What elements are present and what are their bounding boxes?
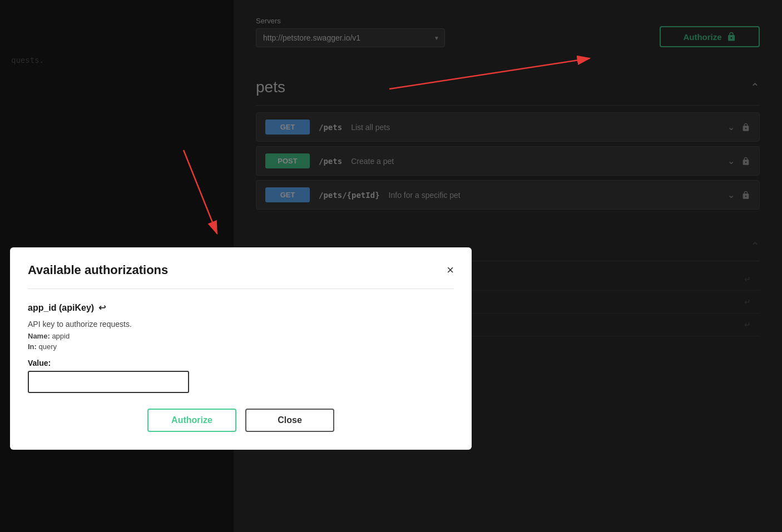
api-key-value-input[interactable]: [28, 371, 189, 393]
authorize-button[interactable]: Authorize: [147, 409, 236, 432]
return-icon: ↩: [98, 302, 106, 313]
close-button[interactable]: Close: [245, 409, 334, 432]
modal-divider: [28, 289, 454, 289]
modal-actions: Authorize Close: [28, 409, 454, 432]
api-key-in-value: query: [39, 342, 57, 351]
api-key-section: app_id (apiKey) ↩ API key to authorize r…: [28, 302, 454, 393]
api-key-title: app_id (apiKey) ↩: [28, 302, 454, 313]
modal-close-button[interactable]: ×: [447, 264, 454, 276]
api-key-in-meta: In: query: [28, 342, 454, 351]
modal-header: Available authorizations ×: [28, 263, 454, 277]
api-key-name-label: Name:: [28, 332, 50, 340]
api-key-title-text: app_id (apiKey): [28, 303, 94, 313]
api-key-name-meta: Name: appid: [28, 332, 454, 340]
api-key-name-value: appid: [52, 332, 70, 340]
modal-title: Available authorizations: [28, 263, 168, 277]
api-key-description: API key to authorize requests.: [28, 320, 454, 329]
auth-modal: Available authorizations × app_id (apiKe…: [10, 247, 472, 450]
api-key-in-label: In:: [28, 342, 37, 351]
value-label: Value:: [28, 359, 454, 367]
